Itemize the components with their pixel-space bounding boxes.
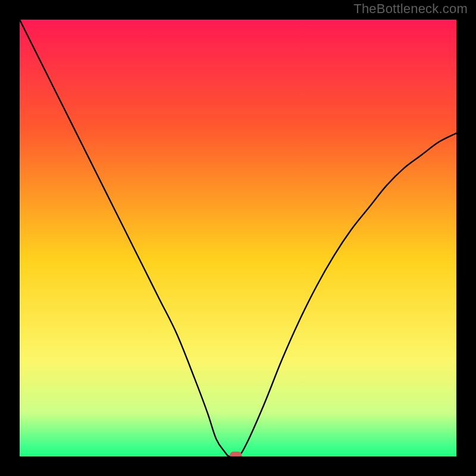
- watermark-text: TheBottleneck.com: [353, 1, 468, 17]
- target-marker: [230, 452, 242, 456]
- plot-area: [20, 20, 456, 456]
- chart-container: TheBottleneck.com: [0, 0, 476, 476]
- gradient-background: [20, 20, 456, 456]
- chart-svg: [20, 20, 456, 456]
